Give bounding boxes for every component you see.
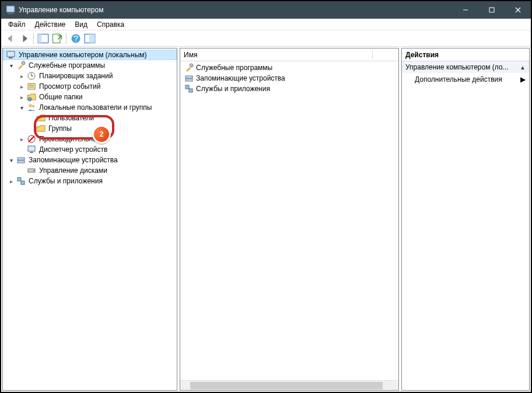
back-button[interactable] bbox=[4, 32, 17, 45]
expander-icon[interactable] bbox=[8, 156, 15, 164]
svg-rect-14 bbox=[9, 57, 13, 58]
window-title: Управление компьютером bbox=[19, 6, 452, 14]
tools-icon bbox=[184, 63, 194, 72]
title-bar: Управление компьютером bbox=[1, 1, 531, 19]
tree-item-system-tools[interactable]: Служебные программы bbox=[3, 60, 177, 71]
list-item-services-apps[interactable]: Службы и приложения bbox=[183, 84, 396, 94]
forward-button[interactable] bbox=[18, 32, 31, 45]
expander-icon[interactable] bbox=[18, 135, 25, 142]
expander-icon[interactable] bbox=[8, 178, 15, 185]
list-header[interactable]: Имя bbox=[180, 48, 398, 61]
expander-icon[interactable] bbox=[8, 62, 15, 69]
tree-label: Службы и приложения bbox=[27, 177, 104, 185]
menu-action[interactable]: Действие bbox=[30, 20, 71, 29]
svg-rect-13 bbox=[7, 51, 15, 57]
svg-rect-28 bbox=[30, 152, 33, 153]
expander-icon[interactable] bbox=[18, 93, 25, 100]
svg-point-23 bbox=[29, 104, 32, 107]
menu-bar: Файл Действие Вид Справка bbox=[1, 19, 531, 30]
actions-header: Действия bbox=[402, 48, 529, 61]
tree-item-groups[interactable]: Группы bbox=[3, 123, 177, 134]
tree-item-task-scheduler[interactable]: Планировщик заданий bbox=[3, 71, 177, 81]
svg-rect-34 bbox=[21, 181, 24, 185]
toolbar: ? bbox=[1, 30, 531, 47]
tree-label: Управление компьютером (локальным) bbox=[18, 51, 148, 59]
close-button[interactable] bbox=[505, 1, 531, 19]
event-icon bbox=[27, 82, 36, 91]
tree-item-event-viewer[interactable]: Просмотр событий bbox=[3, 81, 177, 92]
tree-item-services-apps[interactable]: Службы и приложения bbox=[3, 176, 177, 186]
storage-icon bbox=[16, 155, 26, 165]
tree-item-device-manager[interactable]: Диспетчер устройств bbox=[3, 144, 177, 155]
list-item-system-tools[interactable]: Служебные программы bbox=[183, 62, 396, 73]
tree-item-performance[interactable]: Производительность bbox=[3, 134, 177, 144]
tree-label: Диспетчер устройств bbox=[38, 145, 108, 154]
list-item-storage[interactable]: Запоминающие устройства bbox=[183, 73, 396, 84]
tree-label: Общие папки bbox=[38, 93, 83, 101]
horizontal-scrollbar[interactable] bbox=[180, 380, 398, 390]
toolbar-separator bbox=[66, 33, 67, 44]
actions-context-label: Управление компьютером (ло... bbox=[405, 63, 509, 71]
tree-label: Управление дисками bbox=[38, 166, 108, 175]
maximize-button[interactable] bbox=[478, 1, 505, 19]
svg-rect-33 bbox=[18, 178, 21, 181]
tree-label: Служебные программы bbox=[27, 61, 106, 69]
expander-icon[interactable] bbox=[18, 72, 25, 79]
svg-rect-29 bbox=[18, 158, 24, 160]
svg-rect-38 bbox=[186, 85, 189, 89]
svg-rect-3 bbox=[489, 8, 494, 12]
shared-folder-icon bbox=[27, 92, 36, 102]
list-label: Служебные программы bbox=[196, 64, 272, 72]
show-hide-tree-button[interactable] bbox=[37, 32, 50, 45]
export-button[interactable] bbox=[51, 32, 64, 45]
disk-icon bbox=[27, 166, 36, 175]
tree-pane: Управление компьютером (локальным) Служе… bbox=[2, 48, 177, 391]
actions-more[interactable]: Дополнительные действия ▶ bbox=[402, 73, 529, 86]
svg-point-32 bbox=[33, 170, 34, 171]
svg-point-15 bbox=[22, 61, 25, 65]
tree-label: Производительность bbox=[38, 135, 108, 143]
tree-label: Группы bbox=[47, 124, 73, 133]
properties-button[interactable] bbox=[83, 32, 96, 45]
svg-rect-19 bbox=[28, 84, 35, 89]
svg-rect-39 bbox=[189, 89, 192, 92]
svg-point-22 bbox=[28, 98, 32, 101]
tree-root[interactable]: Управление компьютером (локальным) bbox=[3, 50, 177, 60]
tree-label: Запоминающие устройства bbox=[27, 156, 119, 164]
svg-rect-27 bbox=[28, 146, 35, 151]
expander-icon[interactable] bbox=[18, 104, 25, 111]
column-header-name[interactable]: Имя bbox=[184, 51, 373, 59]
tree-item-disk-management[interactable]: Управление дисками bbox=[3, 165, 177, 176]
minimize-button[interactable] bbox=[452, 1, 478, 19]
menu-help[interactable]: Справка bbox=[92, 20, 129, 29]
menu-view[interactable]: Вид bbox=[70, 20, 92, 29]
computer-icon bbox=[6, 50, 16, 60]
svg-point-24 bbox=[32, 105, 35, 108]
app-icon bbox=[6, 5, 15, 15]
tree-label: Локальные пользователи и группы bbox=[38, 103, 153, 112]
tree-item-local-users-groups[interactable]: Локальные пользователи и группы bbox=[3, 102, 177, 113]
clock-icon bbox=[27, 71, 36, 81]
svg-rect-1 bbox=[8, 13, 13, 14]
list-label: Запоминающие устройства bbox=[196, 74, 285, 82]
tree-item-storage[interactable]: Запоминающие устройства bbox=[3, 155, 177, 165]
menu-file[interactable]: Файл bbox=[4, 20, 30, 29]
collapse-icon[interactable]: ▲ bbox=[520, 64, 526, 71]
svg-rect-36 bbox=[186, 76, 192, 78]
folder-icon bbox=[36, 124, 46, 133]
svg-rect-0 bbox=[6, 6, 15, 12]
tree-item-users[interactable]: Пользователи bbox=[3, 113, 177, 123]
svg-rect-37 bbox=[186, 79, 192, 81]
actions-context-header[interactable]: Управление компьютером (ло... ▲ bbox=[402, 61, 529, 73]
tree-item-shared-folders[interactable]: Общие папки bbox=[3, 92, 177, 102]
services-icon bbox=[16, 176, 26, 186]
list-label: Службы и приложения bbox=[196, 85, 270, 93]
help-button[interactable]: ? bbox=[69, 32, 82, 45]
expander-icon[interactable] bbox=[18, 83, 25, 90]
svg-point-35 bbox=[190, 64, 193, 67]
scrollbar-thumb[interactable] bbox=[190, 382, 383, 389]
services-icon bbox=[184, 84, 194, 93]
chevron-right-icon: ▶ bbox=[520, 75, 526, 84]
users-icon bbox=[27, 103, 36, 112]
list-pane: Имя Служебные программы Запоминающие уст… bbox=[180, 48, 399, 391]
